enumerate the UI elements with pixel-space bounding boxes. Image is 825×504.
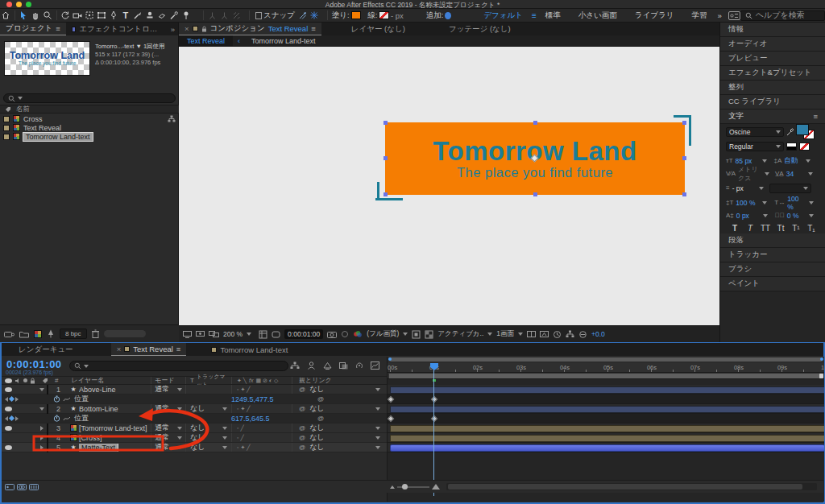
eyedropper-icon[interactable] xyxy=(786,128,794,136)
panel-character[interactable]: 文字 ≡ xyxy=(720,109,825,124)
add-media-icon[interactable] xyxy=(445,12,451,19)
tsume-value[interactable]: 0 % xyxy=(787,212,806,220)
label-column-icon[interactable] xyxy=(5,106,11,113)
layer-color-swatch[interactable] xyxy=(47,385,48,395)
timeline-button-icon[interactable] xyxy=(553,330,562,339)
camera-tool[interactable] xyxy=(72,10,84,22)
close-panel-icon[interactable]: × xyxy=(184,24,189,33)
playhead-line[interactable] xyxy=(433,363,434,496)
font-size-value[interactable]: 85 px xyxy=(736,157,760,165)
layer-name[interactable]: Above-Line xyxy=(79,386,151,394)
blend-mode-select[interactable]: 通常 xyxy=(151,385,185,394)
track-lane-1[interactable] xyxy=(388,385,824,395)
expand-inout-panes-icon[interactable] xyxy=(29,483,39,491)
layer-duration-bar[interactable] xyxy=(390,435,824,442)
panel-brushes[interactable]: ブラシ xyxy=(720,262,825,277)
small-caps-button[interactable]: Tt xyxy=(776,224,786,233)
workspace-learn[interactable]: 学習 xyxy=(691,10,707,21)
graph-editor-icon[interactable] xyxy=(371,361,379,370)
view-layout-dropdown-icon[interactable] xyxy=(518,333,523,336)
time-navigator[interactable] xyxy=(388,357,824,363)
layer-color-swatch[interactable] xyxy=(47,443,48,452)
type-tool[interactable]: T xyxy=(119,10,131,22)
pickwhip-icon[interactable]: @ xyxy=(299,444,305,451)
pickwhip-icon[interactable]: @ xyxy=(299,424,305,432)
tab-tomorrow-land-text[interactable]: Tomorrow Land-text xyxy=(205,343,293,356)
tab-composition[interactable]: × コンポジション Text Reveal ≡ xyxy=(179,23,321,35)
blend-mode-select[interactable]: 通常 xyxy=(151,433,185,442)
rotation-tool[interactable] xyxy=(60,10,72,22)
shy-layers-icon[interactable] xyxy=(307,361,316,370)
property-pickwhip-icon[interactable]: @ xyxy=(317,415,324,422)
timeline-search-input[interactable] xyxy=(69,361,288,371)
current-time-display[interactable]: 0:00:01:00 xyxy=(6,358,62,370)
home-tool[interactable] xyxy=(0,10,12,22)
snapshot-camera-icon[interactable] xyxy=(327,330,337,338)
panel-effects-presets[interactable]: エフェクト&プリセット xyxy=(720,66,825,81)
panel-preview[interactable]: プレビュー xyxy=(720,52,825,66)
property-name[interactable]: 位置 xyxy=(74,413,89,423)
tracking-value[interactable]: 34 xyxy=(786,170,806,178)
layer-color-swatch[interactable] xyxy=(47,423,48,433)
workspace-small-screen[interactable]: 小さい画面 xyxy=(578,10,617,21)
new-folder-icon[interactable] xyxy=(19,330,29,338)
layer-switches[interactable]: ◦ ✦ ╱ xyxy=(231,404,292,413)
project-item-tomorrow-land-text[interactable]: Tomorrow Land-text xyxy=(0,132,179,141)
comp-marker-bin-icon[interactable] xyxy=(819,374,823,378)
zoom-tool[interactable] xyxy=(42,10,54,22)
matte-column-header[interactable]: Tトラックマット xyxy=(185,377,231,384)
workspace-libraries[interactable]: ライブラリ xyxy=(635,10,674,21)
layer-switches[interactable]: ◦ ✦ ╱ xyxy=(231,443,292,452)
graph-icon[interactable] xyxy=(63,415,71,422)
transparency-grid-icon[interactable] xyxy=(425,330,433,339)
track-lane-3[interactable] xyxy=(388,423,824,433)
view-axis-mode-icon[interactable] xyxy=(230,10,243,22)
next-keyframe-icon[interactable] xyxy=(15,416,19,421)
adjustment-icon[interactable] xyxy=(47,329,55,338)
new-composition-icon[interactable] xyxy=(34,330,42,338)
main-monitor-icon[interactable] xyxy=(196,330,205,338)
expand-layer-icon[interactable] xyxy=(39,388,44,391)
composition-canvas[interactable]: Tomorrow Land The place you find future xyxy=(179,47,719,325)
motion-blur-icon[interactable] xyxy=(339,361,348,370)
switches-column-header[interactable]: ✦ ╲ fx ▦ ⊘ ◐ ◇ xyxy=(231,377,292,384)
zoom-in-frames-icon[interactable] xyxy=(432,484,440,490)
visibility-toggle[interactable] xyxy=(5,445,12,450)
layer-duration-bar[interactable] xyxy=(390,425,824,432)
pan-behind-tool[interactable] xyxy=(84,10,96,22)
mirror-monitor-icon[interactable] xyxy=(209,330,219,338)
preview-timecode[interactable]: 0:00:01:00 xyxy=(284,329,323,339)
visibility-toggle[interactable] xyxy=(5,426,12,431)
fast-previews-icon[interactable] xyxy=(540,330,549,338)
workspace-standard[interactable]: 標準 xyxy=(545,10,561,21)
expand-layer-icon[interactable] xyxy=(40,436,44,440)
selection-handle[interactable] xyxy=(682,192,686,196)
navigator-start-handle[interactable] xyxy=(388,357,392,361)
search-options-icon[interactable] xyxy=(18,97,23,100)
pen-tool[interactable] xyxy=(108,10,120,22)
stopwatch-icon[interactable] xyxy=(53,395,60,403)
parent-link-select[interactable]: @なし xyxy=(292,385,387,394)
panel-menu-icon[interactable]: ≡ xyxy=(56,24,60,33)
workspace-overflow-icon[interactable]: » xyxy=(717,11,721,20)
world-axis-mode-icon[interactable] xyxy=(218,10,230,22)
panel-menu-icon[interactable]: ≡ xyxy=(176,345,181,353)
selection-handle[interactable] xyxy=(682,156,686,160)
show-snapshot-icon[interactable] xyxy=(341,330,349,338)
keyframe[interactable] xyxy=(388,396,394,403)
color-depth-button[interactable]: 8 bpc xyxy=(60,328,87,339)
roto-brush-tool[interactable] xyxy=(168,10,180,22)
tab-effect-controls[interactable]: エフェクトコントロール Matte-Tex xyxy=(66,23,168,35)
stroke-width-value[interactable]: - px xyxy=(732,184,757,192)
layer-name-column-header[interactable]: レイヤー名 xyxy=(71,376,151,385)
panel-menu-icon[interactable]: ≡ xyxy=(813,112,818,121)
channel-icon[interactable] xyxy=(353,330,363,338)
layer-switches[interactable]: ◦ ╱ xyxy=(231,423,292,432)
all-caps-button[interactable]: TT xyxy=(761,224,771,233)
position-value[interactable]: 1249.5,477.5 xyxy=(231,395,274,403)
project-search-input[interactable] xyxy=(3,93,176,103)
snap-options-icon[interactable] xyxy=(296,10,309,22)
fill-color-swatch[interactable] xyxy=(796,124,809,135)
search-options-icon[interactable] xyxy=(84,365,89,368)
parent-link-select[interactable]: @なし xyxy=(292,423,387,432)
